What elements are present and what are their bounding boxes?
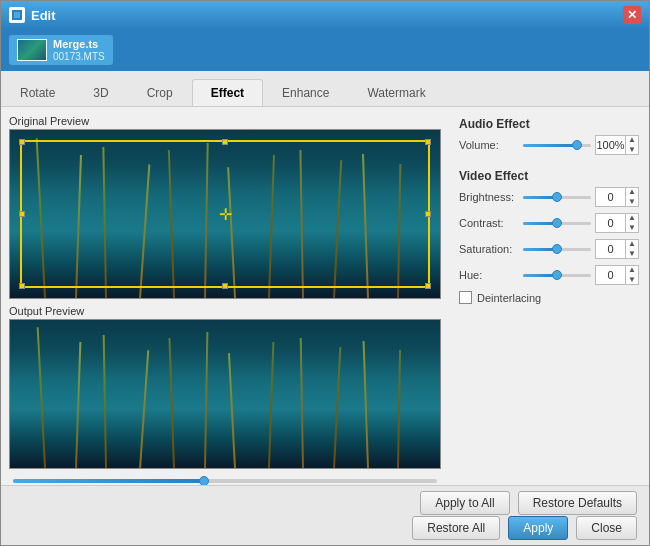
volume-h-slider[interactable] bbox=[523, 144, 591, 147]
hue-label: Hue: bbox=[459, 269, 519, 281]
tab-watermark[interactable]: Watermark bbox=[348, 79, 444, 106]
close-button[interactable]: ✕ bbox=[623, 6, 641, 24]
deinterlacing-label: Deinterlacing bbox=[477, 292, 541, 304]
bottom-row-2: Restore All Apply Close bbox=[13, 516, 637, 540]
video-section-title: Video Effect bbox=[459, 169, 639, 183]
contrast-label: Contrast: bbox=[459, 217, 519, 229]
original-label: Original Preview bbox=[9, 115, 441, 127]
output-preview-section: Output Preview bbox=[9, 305, 441, 469]
volume-h-thumb bbox=[572, 140, 582, 150]
brightness-spin-arrows[interactable]: ▲ ▼ bbox=[625, 187, 638, 207]
svg-rect-1 bbox=[14, 12, 20, 18]
restore-defaults-button[interactable]: Restore Defaults bbox=[518, 491, 637, 515]
contrast-spin-down[interactable]: ▼ bbox=[626, 223, 638, 233]
contrast-h-thumb bbox=[552, 218, 562, 228]
edit-window: Edit ✕ Merge.ts 00173.MTS Rotate 3D Crop… bbox=[0, 0, 650, 546]
volume-row: Volume: 100% ▲ ▼ bbox=[459, 135, 639, 155]
bottom-bar: Apply to All Restore Defaults Restore Al… bbox=[1, 485, 649, 545]
file-thumb bbox=[17, 39, 47, 61]
volume-spin-down[interactable]: ▼ bbox=[626, 145, 638, 155]
hue-slider-container bbox=[523, 267, 591, 283]
output-video-frame bbox=[10, 320, 440, 468]
brightness-label: Brightness: bbox=[459, 191, 519, 203]
contrast-spin-arrows[interactable]: ▲ ▼ bbox=[625, 213, 638, 233]
brightness-spin-down[interactable]: ▼ bbox=[626, 197, 638, 207]
contrast-spinbox[interactable]: 0 ▲ ▼ bbox=[595, 213, 639, 233]
original-preview-box: ✛ bbox=[9, 129, 441, 299]
volume-spin-arrows[interactable]: ▲ ▼ bbox=[625, 135, 638, 155]
deinterlacing-checkbox[interactable] bbox=[459, 291, 472, 304]
close-button-bottom[interactable]: Close bbox=[576, 516, 637, 540]
hue-spin-value: 0 bbox=[596, 269, 625, 281]
hue-row: Hue: 0 ▲ ▼ bbox=[459, 265, 639, 285]
tab-3d[interactable]: 3D bbox=[74, 79, 127, 106]
right-panel: Audio Effect Volume: 100% ▲ ▼ bbox=[449, 107, 649, 485]
title-bar: Edit ✕ bbox=[1, 1, 649, 29]
main-content: Original Preview bbox=[1, 107, 649, 485]
hue-spin-up[interactable]: ▲ bbox=[626, 265, 638, 275]
file-item[interactable]: Merge.ts 00173.MTS bbox=[9, 35, 113, 65]
output-preview-box bbox=[9, 319, 441, 469]
file-name-2: 00173.MTS bbox=[53, 51, 105, 62]
contrast-spin-value: 0 bbox=[596, 217, 625, 229]
left-panel: Original Preview bbox=[1, 107, 449, 485]
seek-fill bbox=[13, 479, 204, 483]
brightness-spinbox[interactable]: 0 ▲ ▼ bbox=[595, 187, 639, 207]
saturation-spin-up[interactable]: ▲ bbox=[626, 239, 638, 249]
saturation-h-thumb bbox=[552, 244, 562, 254]
original-video-frame: ✛ bbox=[10, 130, 440, 298]
app-icon bbox=[9, 7, 25, 23]
crop-center-icon: ✛ bbox=[219, 205, 232, 224]
hue-h-slider[interactable] bbox=[523, 274, 591, 277]
saturation-spin-arrows[interactable]: ▲ ▼ bbox=[625, 239, 638, 259]
brightness-spin-up[interactable]: ▲ bbox=[626, 187, 638, 197]
tab-rotate[interactable]: Rotate bbox=[1, 79, 74, 106]
volume-slider-container bbox=[523, 137, 591, 153]
apply-to-all-button[interactable]: Apply to All bbox=[420, 491, 509, 515]
output-label: Output Preview bbox=[9, 305, 441, 317]
window-title: Edit bbox=[31, 8, 623, 23]
hue-spin-down[interactable]: ▼ bbox=[626, 275, 638, 285]
deinterlacing-row: Deinterlacing bbox=[459, 291, 639, 304]
playback-bar: ⏮ ⏪ ▶ ⏹ ⏭ 🔊 00:02:13/00:05:08 bbox=[9, 475, 441, 485]
original-preview-section: Original Preview bbox=[9, 115, 441, 299]
hue-spin-arrows[interactable]: ▲ ▼ bbox=[625, 265, 638, 285]
saturation-spin-value: 0 bbox=[596, 243, 625, 255]
tab-enhance[interactable]: Enhance bbox=[263, 79, 348, 106]
saturation-spin-down[interactable]: ▼ bbox=[626, 249, 638, 259]
contrast-row: Contrast: 0 ▲ ▼ bbox=[459, 213, 639, 233]
brightness-h-slider[interactable] bbox=[523, 196, 591, 199]
brightness-h-thumb bbox=[552, 192, 562, 202]
brightness-row: Brightness: 0 ▲ ▼ bbox=[459, 187, 639, 207]
brightness-spin-value: 0 bbox=[596, 191, 625, 203]
saturation-label: Saturation: bbox=[459, 243, 519, 255]
volume-spinbox[interactable]: 100% ▲ ▼ bbox=[595, 135, 639, 155]
volume-label: Volume: bbox=[459, 139, 519, 151]
hue-h-thumb bbox=[552, 270, 562, 280]
audio-section-title: Audio Effect bbox=[459, 117, 639, 131]
file-bar: Merge.ts 00173.MTS bbox=[1, 29, 649, 71]
volume-spin-up[interactable]: ▲ bbox=[626, 135, 638, 145]
video-effect-section: Video Effect Brightness: 0 ▲ bbox=[459, 169, 639, 304]
contrast-slider-container bbox=[523, 215, 591, 231]
contrast-spin-up[interactable]: ▲ bbox=[626, 213, 638, 223]
saturation-slider-container bbox=[523, 241, 591, 257]
contrast-h-slider[interactable] bbox=[523, 222, 591, 225]
restore-all-button[interactable]: Restore All bbox=[412, 516, 500, 540]
tab-effect[interactable]: Effect bbox=[192, 79, 263, 106]
audio-effect-section: Audio Effect Volume: 100% ▲ ▼ bbox=[459, 117, 639, 161]
hue-spinbox[interactable]: 0 ▲ ▼ bbox=[595, 265, 639, 285]
seek-slider[interactable] bbox=[13, 479, 437, 483]
saturation-h-slider[interactable] bbox=[523, 248, 591, 251]
volume-h-fill bbox=[523, 144, 577, 147]
brightness-slider-container bbox=[523, 189, 591, 205]
saturation-spinbox[interactable]: 0 ▲ ▼ bbox=[595, 239, 639, 259]
saturation-row: Saturation: 0 ▲ ▼ bbox=[459, 239, 639, 259]
file-name-1: Merge.ts bbox=[53, 38, 105, 50]
bottom-row-1: Apply to All Restore Defaults bbox=[13, 491, 637, 515]
tab-crop[interactable]: Crop bbox=[128, 79, 192, 106]
volume-spin-value: 100% bbox=[596, 139, 625, 151]
apply-button[interactable]: Apply bbox=[508, 516, 568, 540]
seek-thumb bbox=[199, 476, 209, 485]
tab-bar: Rotate 3D Crop Effect Enhance Watermark bbox=[1, 71, 649, 107]
